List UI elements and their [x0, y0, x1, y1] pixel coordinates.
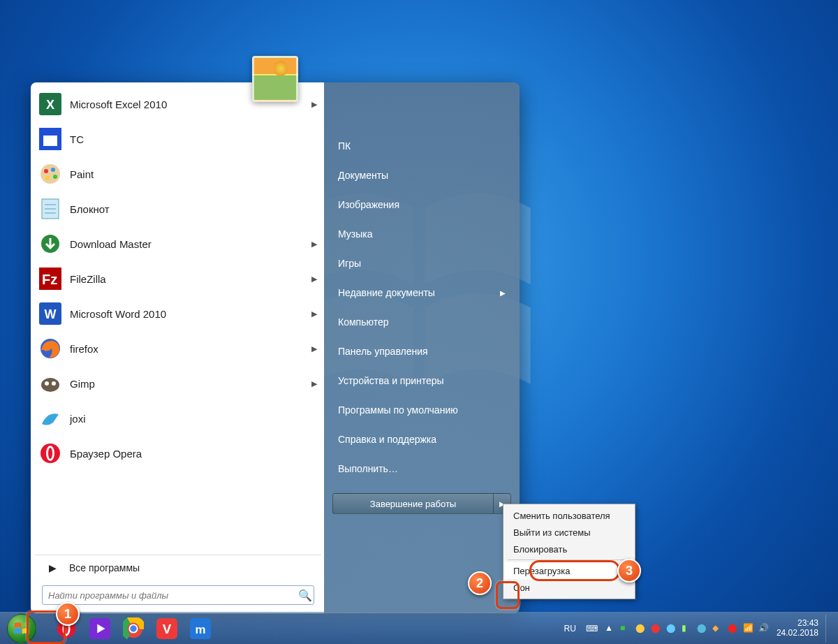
tray-icon[interactable]: ⬤	[728, 623, 739, 634]
right-item-label: Справка и поддержка	[338, 434, 436, 445]
taskbar-pin-maxthon[interactable]: m	[190, 618, 211, 639]
clock-time: 23:43	[777, 619, 818, 629]
volume-icon[interactable]: 🔊	[758, 623, 770, 634]
shutdown-label: Завершение работы	[370, 499, 456, 509]
svg-point-25	[48, 448, 52, 459]
flyout-item[interactable]: Сон	[505, 579, 633, 596]
right-pane-item[interactable]: Справка и поддержка	[332, 425, 511, 454]
annotation-marker-3: 3	[617, 559, 641, 583]
tc-icon	[36, 125, 64, 153]
svg-point-9	[45, 176, 50, 180]
tray-icon[interactable]: ■	[620, 623, 631, 634]
search-icon[interactable]: 🔍	[297, 589, 314, 602]
desktop: XMicrosoft Excel 2010▶TCPaintБлокнотDown…	[0, 0, 838, 644]
svg-point-8	[53, 175, 57, 179]
right-pane-item[interactable]: Компьютер	[332, 307, 511, 337]
system-tray: RU ⌨ ▲ ■ ⬤ ⬤ ⬤ ▮ ⬤ ◆ ⬤ 📶 🔊 23:43 24.02.2…	[561, 615, 838, 643]
taskbar: Vm RU ⌨ ▲ ■ ⬤ ⬤ ⬤ ▮ ⬤ ◆ ⬤ 📶 🔊 23:43 24.0…	[0, 612, 838, 644]
network-icon[interactable]: 📶	[743, 623, 754, 634]
right-pane-item[interactable]: Изображения	[332, 190, 511, 219]
program-label: Paint	[70, 168, 94, 180]
tray-icon[interactable]: ⬤	[651, 623, 662, 634]
program-item[interactable]: TC	[35, 122, 321, 156]
program-item[interactable]: Paint	[35, 156, 321, 191]
program-item[interactable]: Gimp▶	[35, 366, 321, 401]
program-item[interactable]: XMicrosoft Excel 2010▶	[35, 87, 321, 122]
right-item-label: Устройства и принтеры	[338, 375, 444, 386]
svg-text:W: W	[45, 307, 57, 321]
chevron-right-icon: ▶	[500, 289, 506, 297]
right-pane-item[interactable]: Выполнить…	[332, 454, 511, 483]
annotation-marker-2: 2	[468, 571, 492, 595]
program-label: Microsoft Word 2010	[70, 308, 166, 320]
svg-text:Fz: Fz	[42, 272, 57, 287]
filezilla-icon: Fz	[36, 265, 64, 293]
flyout-item[interactable]: Блокировать	[505, 541, 633, 557]
search-box[interactable]: 🔍	[42, 585, 314, 605]
annotation-ring-2	[496, 581, 520, 609]
right-pane-item[interactable]: ПК	[332, 131, 511, 161]
program-label: FileZilla	[70, 273, 106, 285]
svg-point-7	[51, 168, 55, 172]
svg-text:X: X	[46, 98, 54, 112]
svg-text:V: V	[163, 621, 172, 636]
right-pane-item[interactable]: Музыка	[332, 219, 511, 249]
program-label: Gimp	[70, 378, 95, 390]
program-label: TC	[70, 133, 84, 145]
all-programs-label: Все программы	[69, 562, 140, 573]
svg-point-33	[129, 624, 137, 632]
language-indicator[interactable]: RU	[561, 624, 579, 634]
program-item[interactable]: Download Master▶	[35, 226, 321, 261]
chevron-right-icon: ▶	[311, 344, 317, 353]
annotation-ring-3	[529, 560, 620, 581]
notepad-icon	[36, 195, 64, 223]
chevron-right-icon: ▶	[311, 379, 317, 388]
keyboard-icon[interactable]: ⌨	[586, 624, 598, 634]
gimp-icon	[36, 369, 64, 397]
right-item-label: Музыка	[338, 228, 373, 240]
taskbar-pin-chrome[interactable]	[123, 618, 144, 639]
shutdown-button[interactable]: Завершение работы	[332, 493, 493, 514]
network-icon[interactable]: ▮	[682, 623, 693, 634]
program-item[interactable]: Браузер Opera	[35, 436, 321, 471]
paint-icon	[36, 160, 64, 188]
show-desktop-button[interactable]	[825, 615, 832, 643]
search-input[interactable]	[43, 590, 297, 601]
program-item[interactable]: Блокнот	[35, 191, 321, 226]
right-item-label: Компьютер	[338, 316, 388, 328]
clock[interactable]: 23:43 24.02.2018	[777, 619, 818, 638]
right-pane-item[interactable]: Недавние документы▶	[332, 278, 511, 307]
svg-point-20	[41, 378, 59, 392]
tray-icon[interactable]: ⬤	[697, 623, 708, 634]
svg-point-22	[52, 381, 56, 386]
right-item-label: Игры	[338, 258, 361, 269]
right-pane-item[interactable]: Устройства и принтеры	[332, 366, 511, 395]
all-programs[interactable]: ▶ Все программы	[35, 555, 321, 580]
tray-icon[interactable]: ⬤	[635, 623, 647, 634]
right-item-label: ПК	[338, 140, 351, 152]
chevron-right-icon: ▶	[49, 562, 57, 573]
tray-icon[interactable]: ⬤	[666, 623, 677, 634]
shutdown-flyout: Сменить пользователяВыйти из системыБлок…	[503, 504, 635, 599]
svg-point-21	[45, 381, 49, 386]
program-item[interactable]: FzFileZilla▶	[35, 261, 321, 296]
tray-icon[interactable]: ◆	[712, 623, 723, 634]
right-pane-item[interactable]: Программы по умолчанию	[332, 395, 511, 425]
program-label: Microsoft Excel 2010	[70, 98, 167, 110]
tray-icon[interactable]: ▲	[605, 623, 616, 634]
flyout-item[interactable]: Сменить пользователя	[505, 507, 633, 524]
program-item[interactable]: firefox▶	[35, 331, 321, 366]
flyout-item[interactable]: Выйти из системы	[505, 524, 633, 541]
program-label: Браузер Opera	[70, 448, 142, 460]
program-item[interactable]: joxi	[35, 401, 321, 436]
program-item[interactable]: WMicrosoft Word 2010▶	[35, 296, 321, 331]
word-icon: W	[36, 300, 64, 328]
taskbar-pin-play[interactable]	[89, 618, 110, 639]
taskbar-pin-vivaldi[interactable]: V	[156, 618, 177, 639]
dm-icon	[36, 230, 64, 258]
chevron-right-icon: ▶	[311, 309, 317, 319]
right-pane-item[interactable]: Панель управления	[332, 337, 511, 366]
right-pane-item[interactable]: Документы	[332, 161, 511, 190]
firefox-icon	[36, 335, 64, 363]
right-pane-item[interactable]: Игры	[332, 249, 511, 278]
